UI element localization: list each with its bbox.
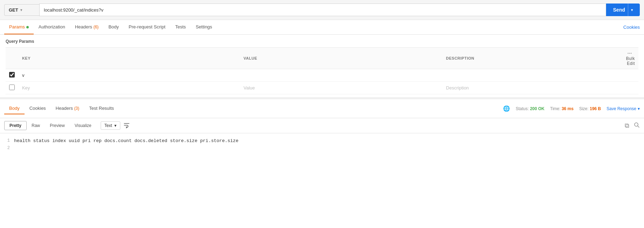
format-visualize-button[interactable]: Visualize [70, 121, 96, 130]
table-row: Key Value Description [6, 82, 638, 94]
res-tab-cookies[interactable]: Cookies [25, 103, 51, 114]
response-section: Body Cookies Headers (3) Test Results 🌐 … [0, 97, 644, 156]
response-meta: 🌐 Status: 200 OK Time: 36 ms Size: 196 B… [503, 105, 640, 112]
format-pretty-button[interactable]: Pretty [4, 121, 27, 130]
url-bar: GET ▾ Send ▾ [0, 0, 644, 20]
code-area: 1 health status index uuid pri rep docs.… [0, 133, 644, 156]
row2-check-cell [6, 82, 19, 94]
wrap-icon[interactable] [123, 122, 130, 130]
col-header-actions: ··· Bulk Edit [620, 48, 638, 69]
query-params-title: Query Params [6, 39, 638, 44]
res-tab-testresults[interactable]: Test Results [84, 103, 119, 114]
row2-key-placeholder: Key [22, 85, 30, 90]
size-value: 196 B [590, 106, 601, 111]
globe-icon: 🌐 [503, 105, 510, 112]
format-type-chevron: ▾ [114, 123, 116, 128]
code-content-1: health status index uuid pri rep docs.co… [14, 138, 644, 145]
format-raw-button[interactable]: Raw [27, 121, 45, 130]
method-select[interactable]: GET ▾ [4, 4, 39, 16]
save-response-button[interactable]: Save Response ▾ [606, 106, 640, 111]
row2-desc-placeholder: Description [446, 85, 469, 90]
save-response-chevron: ▾ [638, 106, 640, 111]
tab-headers[interactable]: Headers (6) [70, 20, 103, 34]
tab-authorization[interactable]: Authorization [34, 20, 70, 34]
status-value: 200 OK [530, 106, 544, 111]
row2-desc-cell: Description [443, 82, 620, 94]
send-label: Send [613, 7, 625, 13]
more-icon[interactable]: ··· [628, 51, 632, 56]
status-label: Status: 200 OK [516, 106, 544, 111]
row2-value-placeholder: Value [243, 85, 255, 90]
col-header-description: DESCRIPTION [443, 48, 620, 69]
tab-params[interactable]: Params [4, 20, 34, 34]
svg-line-1 [638, 126, 639, 127]
row1-checkbox[interactable] [9, 72, 15, 78]
toolbar-right: ⧉ [625, 122, 640, 129]
row2-actions-cell [620, 82, 638, 94]
line-number-2: 2 [0, 145, 14, 152]
row2-key-cell: Key [19, 82, 240, 94]
code-line-1: 1 health status index uuid pri rep docs.… [0, 138, 644, 145]
row1-value-cell [240, 69, 442, 82]
params-table: KEY VALUE DESCRIPTION ··· Bulk Edit v [6, 47, 638, 94]
col-header-key: KEY [19, 48, 240, 69]
format-preview-button[interactable]: Preview [45, 121, 70, 130]
response-header: Body Cookies Headers (3) Test Results 🌐 … [0, 99, 644, 118]
copy-icon[interactable]: ⧉ [625, 122, 629, 129]
time-value: 36 ms [562, 106, 573, 111]
tab-settings[interactable]: Settings [191, 20, 217, 34]
format-type-select[interactable]: Text ▾ [101, 121, 120, 130]
send-chevron: ▾ [628, 4, 633, 16]
row1-desc-cell [443, 69, 620, 82]
method-chevron: ▾ [20, 8, 22, 12]
row2-value-cell: Value [240, 82, 442, 94]
row1-actions-cell [620, 69, 638, 82]
send-button[interactable]: Send ▾ [606, 4, 640, 16]
time-label: Time: 36 ms [550, 106, 573, 111]
row1-key-cell: v [19, 69, 240, 82]
tab-prerequest[interactable]: Pre-request Script [124, 20, 170, 34]
table-row: v [6, 69, 638, 82]
tab-body[interactable]: Body [103, 20, 124, 34]
line-number-1: 1 [0, 138, 14, 144]
search-icon[interactable] [633, 122, 640, 129]
col-header-check [6, 48, 19, 69]
method-label: GET [9, 7, 18, 13]
tab-tests[interactable]: Tests [170, 20, 191, 34]
response-tabs: Body Cookies Headers (3) Test Results [4, 103, 119, 114]
row2-checkbox[interactable] [9, 85, 15, 90]
res-tab-headers[interactable]: Headers (3) [51, 103, 84, 114]
res-tab-body[interactable]: Body [4, 103, 25, 114]
cookies-link[interactable]: Cookies [623, 20, 640, 34]
params-dot [26, 26, 29, 28]
row1-check-cell [6, 69, 19, 82]
code-line-2: 2 [0, 145, 644, 152]
size-label: Size: 196 B [579, 106, 601, 111]
format-type-label: Text [105, 123, 112, 128]
row1-key-value: v [22, 73, 25, 78]
query-params-section: Query Params KEY VALUE DESCRIPTION ··· B… [0, 35, 644, 94]
url-input[interactable] [39, 4, 606, 16]
col-header-value: VALUE [240, 48, 442, 69]
request-tabs: Params Authorization Headers (6) Body Pr… [0, 20, 644, 35]
bulk-edit-button[interactable]: Bulk Edit [626, 56, 635, 66]
format-toolbar: Pretty Raw Preview Visualize Text ▾ ⧉ [0, 118, 644, 133]
